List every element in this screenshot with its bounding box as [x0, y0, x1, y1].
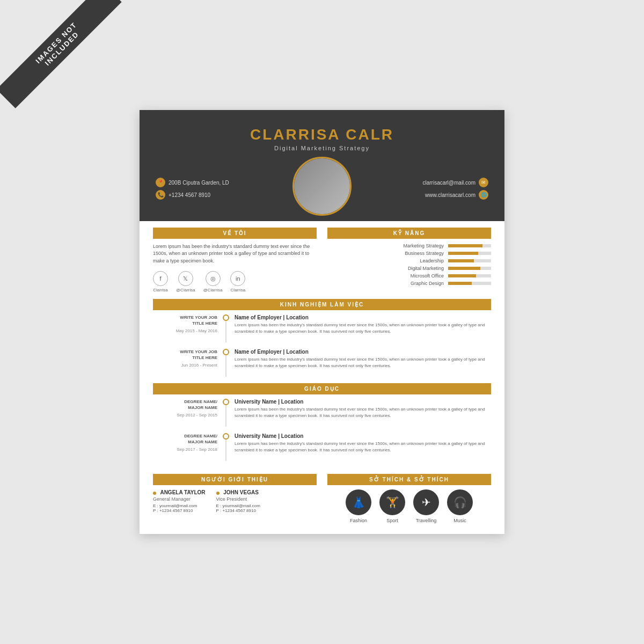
- header-left-contact: 📍 200B Ciputra Garden, LD 📞 +1234 4567 8…: [156, 175, 282, 202]
- hobbies-list: 👗 Fashion 🏋 Sport ✈ Travelling 🎧 Music: [327, 489, 491, 523]
- photo-placeholder: [294, 158, 350, 214]
- watermark-text: IMAGES NOT INCLUDED: [34, 20, 80, 67]
- header-title-block: CLARRISA CALR Digital Marketing Strategy: [156, 121, 488, 151]
- skill-row-5: Microsoft Office: [327, 273, 491, 279]
- edu-date-1: Sep 2012 - Sep 2015: [153, 413, 217, 418]
- fashion-label: Fashion: [350, 518, 367, 523]
- referral-email-1: E : yourmail@mail.com: [153, 503, 206, 508]
- about-section-header: VỀ TÔI: [153, 228, 317, 239]
- education-item-1: DEGREE NAME/MAJOR NAME Sep 2012 - Sep 20…: [153, 399, 491, 427]
- about-text: Lorem Ipsum has been the industry's stan…: [153, 243, 317, 265]
- music-label: Music: [453, 518, 466, 523]
- referral-title-1: General Manager: [153, 496, 206, 502]
- skill-fill-2: [448, 252, 478, 255]
- skill-name-4: Digital Marketing: [396, 266, 444, 271]
- about-skills-section: VỀ TÔI Lorem Ipsum has been the industry…: [153, 221, 491, 293]
- education-timeline: DEGREE NAME/MAJOR NAME Sep 2012 - Sep 20…: [153, 399, 491, 461]
- skill-bar-5: [448, 274, 491, 277]
- bullet-1: [153, 492, 156, 495]
- email-text: clarrisacarl@mail.com: [423, 180, 476, 186]
- exp-desc-1: Lorem Ipsum has been the industry's stan…: [235, 322, 491, 335]
- referral-item-2: JOHN VEGAS Vice President E : yourmail@m…: [216, 489, 260, 513]
- resume-header: CLARRISA CALR Digital Marketing Strategy…: [140, 110, 504, 221]
- exp-dot-line-1: [223, 314, 229, 342]
- sport-label: Sport: [386, 518, 398, 523]
- skill-name-2: Business Strategy: [396, 251, 444, 256]
- edu-date-2: Sep 2017 - Sep 2018: [153, 447, 217, 452]
- exp-dot-1: [223, 314, 229, 321]
- hobbies-section-header: SỞ THÍCH & SỞ THÍCH: [327, 474, 491, 485]
- hobby-travel: ✈ Travelling: [413, 489, 439, 523]
- referral-phone-2: P : +1234 4567 8910: [216, 508, 260, 513]
- exp-employer-2: Name of Employer | Location: [235, 349, 491, 355]
- experience-item-2: WRITE YOUR JOBTITLE HERE Jun 2016 - Pres…: [153, 349, 491, 377]
- website-text: www.clarrisacarl.com: [425, 192, 475, 198]
- referral-email-2: E : yourmail@mail.com: [216, 503, 260, 508]
- candidate-title: Digital Marketing Strategy: [156, 145, 488, 151]
- linkedin-icon: in: [230, 271, 245, 286]
- skill-name-6: Graphic Design: [396, 281, 444, 286]
- social-facebook: f Clarrisa: [153, 271, 168, 292]
- email-item: clarrisacarl@mail.com ✉: [362, 178, 488, 187]
- social-linkedin: in Clarrisa: [230, 271, 245, 292]
- skill-bar-6: [448, 282, 491, 285]
- facebook-label: Clarrisa: [153, 288, 168, 292]
- referral-name-1: ANGELA TAYLOR: [153, 489, 206, 495]
- edu-dot-line-2: [223, 433, 229, 461]
- exp-right-2: Name of Employer | Location Lorem Ipsum …: [235, 349, 491, 377]
- skill-row-3: Leadership: [327, 258, 491, 264]
- exp-left-1: WRITE YOUR JOBTITLE HERE May 2015 - May …: [153, 314, 217, 342]
- website-item: www.clarrisacarl.com 🌐: [362, 190, 488, 200]
- hobbies-column: SỞ THÍCH & SỞ THÍCH 👗 Fashion 🏋 Sport ✈ …: [327, 467, 491, 523]
- edu-right-1: University Name | Location Lorem Ipsum h…: [235, 399, 491, 427]
- location-icon: 📍: [156, 178, 165, 187]
- exp-job-title-2: WRITE YOUR JOBTITLE HERE: [153, 349, 217, 361]
- phone-icon: 📞: [156, 190, 165, 200]
- header-contact-row: 📍 200B Ciputra Garden, LD 📞 +1234 4567 8…: [156, 157, 488, 221]
- travel-label: Travelling: [416, 518, 437, 523]
- resume-container: CLARRISA CALR Digital Marketing Strategy…: [140, 110, 504, 535]
- address-item: 📍 200B Ciputra Garden, LD: [156, 178, 282, 187]
- edu-left-1: DEGREE NAME/MAJOR NAME Sep 2012 - Sep 20…: [153, 399, 217, 427]
- social-twitter: 𝕏 @Clarrisa: [176, 271, 195, 292]
- skills-section-header: KỸ NĂNG: [327, 228, 491, 239]
- exp-desc-2: Lorem Ipsum has been the industry's stan…: [235, 356, 491, 369]
- skill-row-2: Business Strategy: [327, 251, 491, 256]
- edu-dot-2: [223, 433, 229, 440]
- resume-body: VỀ TÔI Lorem Ipsum has been the industry…: [140, 221, 504, 535]
- referrals-list: ANGELA TAYLOR General Manager E : yourma…: [153, 489, 317, 519]
- sport-icon: 🏋: [379, 489, 405, 515]
- instagram-label: @Clarrisa: [203, 288, 223, 292]
- skill-fill-5: [448, 274, 476, 277]
- edu-degree-1: DEGREE NAME/MAJOR NAME: [153, 399, 217, 411]
- bottom-section: NGƯỜI GIỚI THIỆU ANGELA TAYLOR General M…: [153, 467, 491, 523]
- skill-name-5: Microsoft Office: [396, 273, 444, 279]
- address-text: 200B Ciputra Garden, LD: [169, 180, 229, 186]
- candidate-name: CLARRISA CALR: [156, 126, 488, 143]
- skill-bar-1: [448, 244, 491, 247]
- fashion-icon: 👗: [346, 489, 371, 515]
- skill-bar-4: [448, 267, 491, 270]
- experience-section-header: KINH NGHIỆM LÀM VIỆC: [153, 299, 491, 310]
- exp-left-2: WRITE YOUR JOBTITLE HERE Jun 2016 - Pres…: [153, 349, 217, 377]
- skill-fill-6: [448, 282, 472, 285]
- edu-line-2: [225, 440, 226, 461]
- hobby-sport: 🏋 Sport: [379, 489, 405, 523]
- referral-name-2: JOHN VEGAS: [216, 489, 260, 495]
- edu-dot-line-1: [223, 399, 229, 427]
- edu-line-1: [225, 405, 226, 427]
- referral-title-2: Vice President: [216, 496, 260, 502]
- social-instagram: ◎ @Clarrisa: [203, 271, 223, 292]
- skill-bar-2: [448, 252, 491, 255]
- referrals-section-header: NGƯỜI GIỚI THIỆU: [153, 474, 317, 485]
- facebook-icon: f: [153, 271, 168, 286]
- header-photo-center: [282, 157, 362, 221]
- exp-job-title-1: WRITE YOUR JOBTITLE HERE: [153, 314, 217, 326]
- hobby-fashion: 👗 Fashion: [346, 489, 371, 523]
- twitter-icon: 𝕏: [178, 271, 193, 286]
- exp-date-2: Jun 2016 - Present: [153, 363, 217, 368]
- watermark-ribbon: IMAGES NOT INCLUDED: [0, 0, 122, 108]
- skill-bar-3: [448, 259, 491, 262]
- referral-phone-1: P : +1234 4567 8910: [153, 508, 206, 513]
- skills-column: KỸ NĂNG Marketing Strategy Business Stra…: [327, 221, 491, 293]
